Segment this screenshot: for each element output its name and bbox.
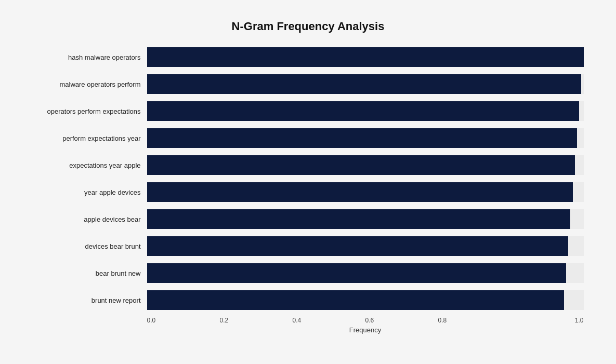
bar-fill (147, 74, 582, 94)
bar-fill (147, 290, 564, 310)
bar-row: expectations year apple (33, 152, 584, 179)
bar-wrapper (147, 47, 584, 67)
bar-wrapper (147, 182, 584, 202)
bar-row: brunt new report (33, 287, 584, 314)
bar-wrapper (147, 209, 584, 229)
bar-label: year apple devices (33, 188, 147, 196)
x-axis: 0.00.20.40.60.81.0 (147, 317, 584, 324)
x-tick: 0.0 (147, 317, 220, 324)
bar-wrapper (147, 128, 584, 148)
bar-fill (147, 236, 569, 256)
x-tick: 1.0 (511, 317, 584, 324)
bar-row: operators perform expectations (33, 98, 584, 125)
bar-label: perform expectations year (33, 134, 147, 142)
bar-row: perform expectations year (33, 125, 584, 152)
bar-fill (147, 101, 580, 121)
bar-label: bear brunt new (33, 269, 147, 277)
bar-wrapper (147, 74, 584, 94)
x-axis-label: Frequency (147, 326, 584, 334)
chart-area: hash malware operatorsmalware operators … (33, 44, 584, 314)
bar-fill (147, 209, 571, 229)
bar-label: malware operators perform (33, 80, 147, 88)
bar-fill (147, 128, 577, 148)
chart-title: N-Gram Frequency Analysis (33, 20, 584, 33)
bar-wrapper (147, 263, 584, 283)
bar-wrapper (147, 101, 584, 121)
x-tick: 0.2 (220, 317, 293, 324)
bar-fill (147, 263, 566, 283)
bar-fill (147, 182, 573, 202)
bar-row: bear brunt new (33, 260, 584, 287)
bar-label: apple devices bear (33, 215, 147, 223)
bar-label: operators perform expectations (33, 107, 147, 115)
bar-fill (147, 155, 575, 175)
x-tick: 0.6 (365, 317, 438, 324)
bar-row: apple devices bear (33, 206, 584, 233)
bar-label: expectations year apple (33, 161, 147, 169)
bar-wrapper (147, 236, 584, 256)
bar-wrapper (147, 290, 584, 310)
x-tick: 0.4 (293, 317, 365, 324)
bar-wrapper (147, 155, 584, 175)
bar-fill (147, 47, 584, 67)
x-tick: 0.8 (438, 317, 511, 324)
bar-row: year apple devices (33, 179, 584, 206)
chart-container: N-Gram Frequency Analysis hash malware o… (22, 9, 594, 355)
bar-row: hash malware operators (33, 44, 584, 71)
bar-label: brunt new report (33, 296, 147, 304)
bar-row: malware operators perform (33, 71, 584, 98)
bar-row: devices bear brunt (33, 233, 584, 260)
bar-label: hash malware operators (33, 53, 147, 61)
bar-label: devices bear brunt (33, 242, 147, 250)
